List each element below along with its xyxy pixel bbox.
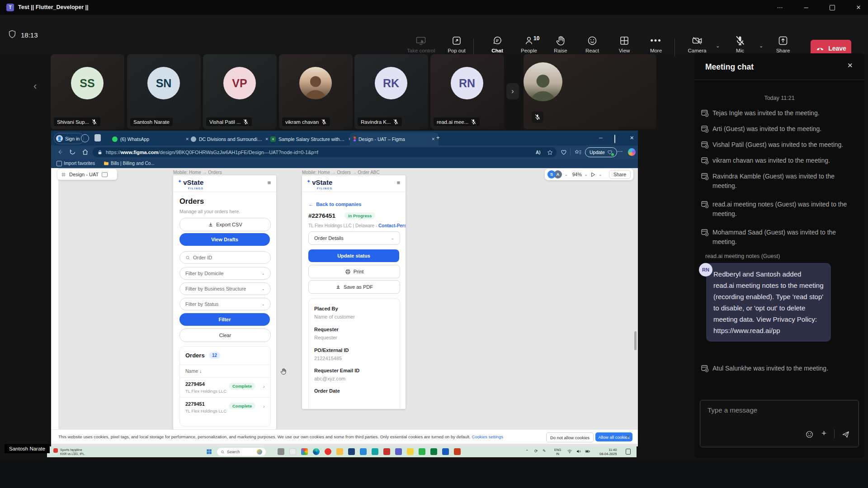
language-indicator[interactable]: ENGIN — [554, 448, 561, 456]
filter-status-select[interactable]: Filter by Status⌄ — [179, 298, 271, 310]
canvas-scrollbar[interactable] — [634, 331, 637, 350]
maximize-button[interactable] — [823, 0, 842, 15]
play-icon[interactable] — [590, 172, 596, 178]
attach-plus-icon[interactable]: + — [821, 428, 826, 438]
workspaces-icon[interactable] — [81, 134, 89, 142]
camera-options-chevron-icon[interactable]: ⌄ — [716, 43, 720, 49]
cookie-close-icon[interactable]: ✕ — [626, 434, 630, 440]
view-drafts-button[interactable]: View Drafts — [179, 233, 270, 246]
filter-button[interactable]: Filter — [179, 313, 270, 326]
url-field[interactable]: https://www.figma.com/design/9BKQ0FOHRWa… — [93, 147, 557, 157]
browser-tab-active[interactable]: Design - UAT – Figma✕ — [350, 132, 439, 145]
send-icon[interactable] — [841, 430, 850, 439]
clock[interactable]: 11:4008-04-2025 — [599, 448, 617, 456]
participant-tile[interactable]: SS Shivani Sup... — [51, 54, 124, 129]
app-icon[interactable] — [348, 448, 355, 455]
minimize-button[interactable]: ─ — [797, 0, 816, 15]
browser-signin-button[interactable]: 👤 Sign in — [54, 133, 84, 144]
mic-options-chevron-icon[interactable]: ⌄ — [759, 43, 763, 49]
order-details-select[interactable]: Order Details⌄ — [308, 231, 400, 245]
home-icon[interactable] — [82, 149, 89, 155]
print-button[interactable]: Print — [308, 265, 400, 278]
app-icon[interactable] — [278, 448, 284, 455]
excel-icon[interactable] — [419, 448, 425, 455]
folder-icon[interactable] — [336, 448, 343, 455]
chat-input-box[interactable]: Type a message + — [700, 400, 859, 447]
browser-close-icon[interactable]: ✕ — [630, 135, 634, 141]
column-header[interactable]: Name ↓ — [185, 368, 202, 374]
acrobat-icon[interactable] — [454, 448, 461, 455]
browser-essentials-icon[interactable] — [561, 149, 567, 155]
spotlight-tile[interactable] — [524, 54, 656, 129]
figma-canvas[interactable]: Design - UAT S A ⌄ 94% ⌄ ⌄ Share Mobile:… — [51, 168, 638, 429]
emoji-icon[interactable] — [805, 430, 814, 439]
opera-icon[interactable] — [325, 448, 331, 455]
browser-menu-icon[interactable]: ⋯ — [617, 148, 623, 155]
titlebar-more-icon[interactable]: ⋯ — [770, 0, 789, 15]
chevron-down-icon[interactable]: ⌄ — [599, 173, 602, 177]
hamburger-menu-icon[interactable]: ≡ — [267, 179, 271, 186]
figma-doc-pill[interactable]: Design - UAT — [57, 169, 117, 180]
bookmark-item[interactable]: Bills | Billing and Co... — [111, 161, 155, 166]
browser-tab[interactable]: x Sample Salary Structure with calc✕ — [267, 132, 355, 145]
participant-tile[interactable]: SN Santosh Narate — [127, 54, 201, 129]
edge-icon[interactable] — [313, 448, 320, 455]
close-button[interactable]: ✕ — [849, 0, 868, 15]
tiles-scroll-left-icon[interactable]: ‹ — [33, 80, 37, 92]
bookmark-item[interactable]: Import favorites — [64, 161, 95, 166]
app-icon[interactable] — [360, 448, 367, 455]
browser-minimize-icon[interactable]: ─ — [599, 135, 603, 141]
battery-icon[interactable] — [585, 449, 590, 454]
export-csv-button[interactable]: Export CSV — [179, 218, 271, 231]
word-icon[interactable] — [442, 448, 449, 455]
app-icon[interactable] — [383, 448, 390, 455]
frame-breadcrumb[interactable]: Mobile: Home → Orders → Order ABC — [302, 170, 380, 175]
app-icon[interactable] — [289, 448, 296, 455]
app-icon[interactable] — [372, 448, 378, 455]
app-icon[interactable] — [430, 448, 437, 455]
favorite-star-icon[interactable] — [547, 150, 553, 155]
back-icon[interactable] — [57, 149, 63, 155]
participant-tile[interactable]: RN read.ai mee... — [430, 54, 504, 129]
zoom-level[interactable]: 94% — [572, 172, 582, 177]
update-status-button[interactable]: Update status — [308, 249, 399, 262]
figma-share-button[interactable]: Share — [609, 170, 631, 179]
copilot-icon[interactable] — [628, 148, 636, 156]
order-id-input[interactable]: Order ID — [179, 251, 271, 264]
contact-person-link[interactable]: Contact-Person — [378, 223, 406, 228]
teams-icon[interactable] — [395, 448, 402, 455]
chrome-icon[interactable] — [301, 448, 308, 455]
tray-icon[interactable]: ✎ — [542, 449, 546, 453]
start-icon[interactable] — [206, 449, 212, 455]
shared-taskbar-apps[interactable] — [278, 448, 461, 455]
cookie-settings-link[interactable]: Cookies settings — [472, 434, 503, 439]
participant-tile[interactable]: RK Ravindra K... — [354, 54, 428, 129]
volume-icon[interactable] — [576, 449, 581, 454]
chat-close-icon[interactable]: ✕ — [847, 61, 853, 70]
participant-tile[interactable]: VP Vishal Patil ... — [203, 54, 277, 129]
collaborator-avatar[interactable]: S — [547, 170, 556, 178]
figma-frame-order-detail[interactable]: ✦ vStateFILINGS ≡ ← Back to companies #2… — [302, 175, 406, 409]
tray-icon[interactable]: ⟳ — [534, 449, 538, 453]
browser-tab[interactable]: (6) WhatsApp✕ — [108, 132, 193, 145]
frame-breadcrumb[interactable]: Mobile: Home → Orders — [173, 170, 222, 175]
chevron-down-icon[interactable]: ⌄ — [565, 173, 568, 177]
browser-tab[interactable]: DC Divisions and Surroundings✕ — [187, 132, 272, 145]
tiles-scroll-right-button[interactable]: › — [506, 83, 519, 99]
filter-structure-select[interactable]: Filter by Business Structure⌄ — [179, 282, 271, 295]
figma-menu-icon[interactable] — [61, 172, 66, 177]
back-link[interactable]: ← Back to companies — [308, 202, 361, 207]
tab-actions-icon[interactable] — [94, 134, 101, 141]
hamburger-menu-icon[interactable]: ≡ — [396, 179, 400, 186]
read-aloud-icon[interactable]: A⟩ — [536, 150, 541, 155]
new-tab-icon[interactable]: + — [436, 134, 440, 141]
app-icon[interactable] — [407, 448, 414, 455]
chevron-down-icon[interactable]: ⌄ — [585, 173, 588, 177]
update-button[interactable]: Update — [585, 147, 617, 157]
refresh-icon[interactable] — [69, 149, 76, 155]
favorites-bar-icon[interactable] — [575, 149, 581, 155]
figma-frame-orders[interactable]: ✦ vStateFILINGS ≡ Orders Manage all your… — [173, 175, 276, 429]
filter-domicile-select[interactable]: Filter by Domicile⌄ — [179, 267, 271, 280]
shared-search-box[interactable]: Search — [217, 448, 266, 456]
wifi-icon[interactable] — [567, 449, 572, 454]
